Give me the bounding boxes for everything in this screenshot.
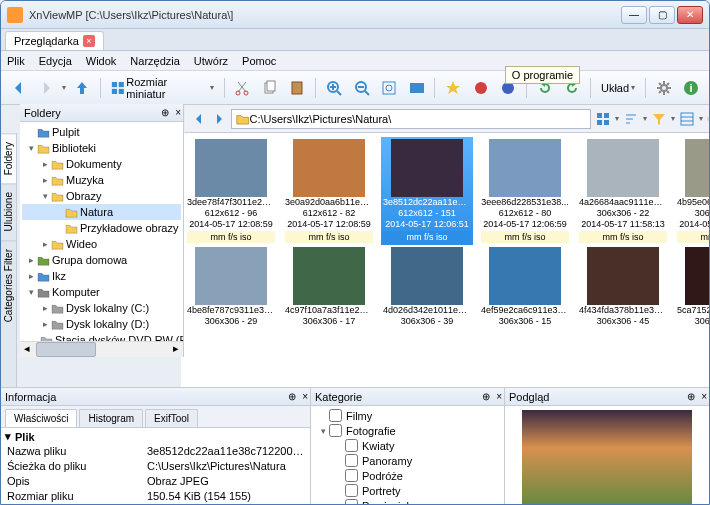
address-input[interactable] — [249, 113, 586, 125]
category-checkbox[interactable] — [329, 409, 342, 422]
zoom-in-button[interactable] — [322, 76, 346, 100]
pin-icon[interactable]: ⊕ — [161, 107, 169, 118]
thumbnail-item[interactable]: 4b95e068b42811e3b... 306x306 - 142014-05… — [675, 137, 710, 245]
sort-dropdown[interactable]: ▾ — [643, 114, 647, 123]
category-item[interactable]: Przyjaciele — [313, 498, 502, 505]
category-checkbox[interactable] — [345, 484, 358, 497]
thumbnail-item[interactable]: 3eee86d228531e38... 612x612 - 802014-05-… — [479, 137, 571, 245]
menu-help[interactable]: Pomoc — [242, 55, 276, 67]
minimize-button[interactable]: — — [621, 6, 647, 24]
category-item[interactable]: Filmy — [313, 408, 502, 423]
folder-icon — [236, 112, 249, 126]
tree-item[interactable]: Przykładowe obrazy — [22, 220, 181, 236]
tree-item[interactable]: ▸Dysk lokalny (C:) — [22, 300, 181, 316]
category-item[interactable]: Kwiaty — [313, 438, 502, 453]
category-item[interactable]: ▾Fotografie — [313, 423, 502, 438]
panel-close-icon[interactable]: × — [175, 107, 181, 118]
about-button[interactable]: i — [680, 76, 704, 100]
thumbnail-item[interactable]: 3dee78f47f3011e287... 612x612 - 962014-0… — [185, 137, 277, 245]
collapse-icon[interactable]: ▾ — [5, 430, 11, 443]
menu-create[interactable]: Utwórz — [194, 55, 228, 67]
category-checkbox[interactable] — [345, 454, 358, 467]
tree-item[interactable]: ▸Dysk lokalny (D:) — [22, 316, 181, 332]
maximize-button[interactable]: ▢ — [649, 6, 675, 24]
paste-button[interactable] — [286, 76, 310, 100]
zoom-fit-button[interactable] — [377, 76, 401, 100]
history-dropdown[interactable]: ▾ — [62, 83, 66, 92]
tree-item[interactable]: ▸Grupa domowa — [22, 252, 181, 268]
thumbnail-item[interactable]: 4a26684aac9111e3b... 306x306 - 222014-05… — [577, 137, 669, 245]
thumbnail-item[interactable]: 5ca71522a7c911e3a8... 306x306 - 45 — [675, 245, 710, 329]
view-mode-b-button[interactable] — [679, 110, 695, 128]
filter-button[interactable] — [651, 110, 667, 128]
sort-button[interactable] — [623, 110, 639, 128]
cut-button[interactable] — [231, 76, 255, 100]
tab-close-icon[interactable]: × — [83, 35, 95, 47]
tab-properties[interactable]: Właściwości — [5, 409, 77, 427]
tab-exiftool[interactable]: ExifTool — [145, 409, 198, 427]
thumbnail-item[interactable]: 4d026d342e1011e3a... 306x306 - 39 — [381, 245, 473, 329]
side-tab-favorites[interactable]: Ulubione — [1, 183, 16, 239]
category-checkbox[interactable] — [345, 499, 358, 505]
tree-item[interactable]: ▸Muzyka — [22, 172, 181, 188]
layout-dropdown[interactable]: Układ ▾ — [597, 82, 639, 94]
folder-tree[interactable]: Pulpit▾Biblioteki▸Dokumenty▸Muzyka▾Obraz… — [20, 122, 183, 341]
view-mode-a-button[interactable] — [595, 110, 611, 128]
thumbnail-item[interactable]: 4ef59e2ca6c911e38... 306x306 - 15 — [479, 245, 571, 329]
folder-hscrollbar[interactable]: ◂ ▸ — [20, 341, 183, 357]
menu-edit[interactable]: Edycja — [39, 55, 72, 67]
filter-dropdown[interactable]: ▾ — [671, 114, 675, 123]
back-button[interactable] — [7, 76, 31, 100]
categories-tree[interactable]: Filmy▾FotografieKwiatyPanoramyPodróżePor… — [311, 406, 504, 505]
thumbnail-grid[interactable]: 3dee78f47f3011e287... 612x612 - 962014-0… — [181, 133, 710, 387]
close-button[interactable]: ✕ — [677, 6, 703, 24]
menu-file[interactable]: Plik — [7, 55, 25, 67]
tree-item[interactable]: ▾Biblioteki — [22, 140, 181, 156]
panel-close-icon[interactable]: × — [701, 391, 707, 402]
panel-close-icon[interactable]: × — [496, 391, 502, 402]
svg-rect-0 — [111, 82, 116, 87]
tree-item[interactable]: ▾Obrazy — [22, 188, 181, 204]
forward-button[interactable] — [35, 76, 59, 100]
tree-item[interactable]: Natura — [22, 204, 181, 220]
star-button[interactable] — [441, 76, 465, 100]
thumbnail-item[interactable]: 3e0a92d0aa6b11e21b... 612x612 - 822014-0… — [283, 137, 375, 245]
thumbnail-item[interactable]: 4c97f10a7a3f11e2a7... 306x306 - 17 — [283, 245, 375, 329]
tree-item[interactable]: ▸Wideo — [22, 236, 181, 252]
fullscreen-button[interactable] — [405, 76, 429, 100]
category-checkbox[interactable] — [345, 469, 358, 482]
up-button[interactable] — [70, 76, 94, 100]
menu-view[interactable]: Widok — [86, 55, 117, 67]
panel-close-icon[interactable]: × — [302, 391, 308, 402]
side-tab-categories-filter[interactable]: Categories Filter — [1, 240, 16, 330]
thumbnail-size-dropdown[interactable]: Rozmiar miniatur ▾ — [107, 76, 218, 100]
category-item[interactable]: Panoramy — [313, 453, 502, 468]
category-checkbox[interactable] — [329, 424, 342, 437]
tree-item[interactable]: ▸Ikz — [22, 268, 181, 284]
tag-red-button[interactable] — [469, 76, 493, 100]
tree-item[interactable]: Stacja dysków DVD RW (E:) Moje — [22, 332, 181, 341]
tree-item[interactable]: ▾Komputer — [22, 284, 181, 300]
category-checkbox[interactable] — [345, 439, 358, 452]
thumbnail-item[interactable]: 3e8512dc22aa11e38c... 612x612 - 1512014-… — [381, 137, 473, 245]
thumbnail-item[interactable]: 4f434fda378b11e395... 306x306 - 45 — [577, 245, 669, 329]
pin-icon[interactable]: ⊕ — [482, 391, 490, 402]
side-tab-folders[interactable]: Foldery — [1, 133, 16, 183]
tab-histogram[interactable]: Histogram — [79, 409, 143, 427]
view-mode-b-dropdown[interactable]: ▾ — [699, 114, 703, 123]
zoom-out-button[interactable] — [350, 76, 374, 100]
addr-back-button[interactable] — [191, 110, 207, 128]
menu-tools[interactable]: Narzędzia — [130, 55, 180, 67]
view-mode-a-dropdown[interactable]: ▾ — [615, 114, 619, 123]
addr-forward-button[interactable] — [211, 110, 227, 128]
tree-item[interactable]: ▸Dokumenty — [22, 156, 181, 172]
tree-item[interactable]: Pulpit — [22, 124, 181, 140]
thumbnail-item[interactable]: 4be8fe787c9311e3aa... 306x306 - 29 — [185, 245, 277, 329]
pin-icon[interactable]: ⊕ — [687, 391, 695, 402]
category-item[interactable]: Portrety — [313, 483, 502, 498]
copy-button[interactable] — [258, 76, 282, 100]
category-item[interactable]: Podróże — [313, 468, 502, 483]
settings-button[interactable] — [652, 76, 676, 100]
browser-tab[interactable]: Przeglądarka × — [5, 31, 104, 50]
pin-icon[interactable]: ⊕ — [288, 391, 296, 402]
